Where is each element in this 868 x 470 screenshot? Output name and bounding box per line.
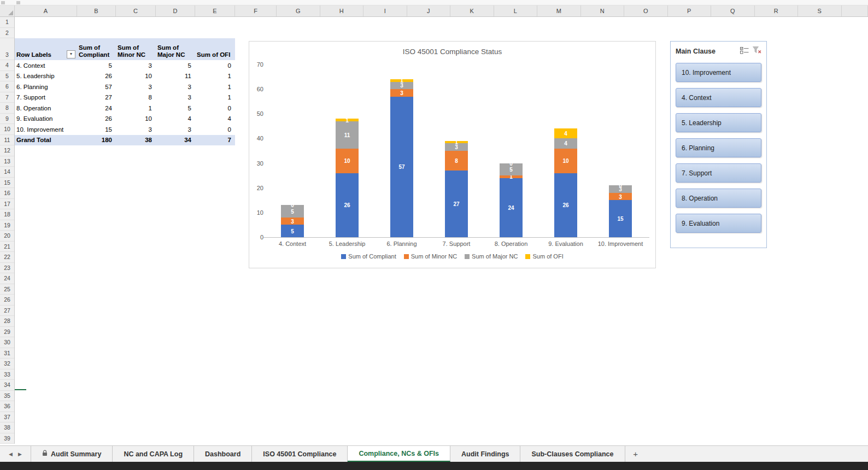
bar-segment[interactable]: 10 — [554, 149, 577, 173]
stacked-bar[interactable]: 24150 — [500, 64, 523, 237]
bar-segment[interactable]: 3 — [390, 89, 413, 97]
sheet-scroll-right-icon[interactable]: ▶ — [18, 451, 22, 457]
pivot-cell[interactable]: 27 — [77, 92, 116, 103]
column-header-C[interactable]: C — [116, 5, 156, 16]
bar-segment[interactable]: 1 — [390, 79, 413, 82]
bar-segment[interactable]: 1 — [445, 141, 468, 144]
bar-segment[interactable]: 4 — [554, 138, 577, 148]
pivot-cell[interactable]: 5 — [156, 103, 195, 114]
slicer-item[interactable]: 4. Context — [676, 88, 761, 107]
row-header-32[interactable]: 32 — [0, 359, 14, 369]
row-header-10[interactable]: 10 — [0, 124, 14, 135]
bar-segment[interactable]: 24 — [500, 178, 523, 237]
bar-segment[interactable]: 1 — [336, 119, 359, 121]
pivot-row-label[interactable]: 10. Improvement — [15, 124, 77, 135]
row-header-11[interactable]: 11 — [0, 135, 14, 146]
pivot-cell[interactable]: 180 — [77, 135, 116, 146]
row-header-38[interactable]: 38 — [0, 422, 14, 433]
row-header-31[interactable]: 31 — [0, 348, 14, 359]
row-header-3[interactable]: 3 — [0, 38, 14, 60]
stacked-bar[interactable]: 5350 — [281, 64, 304, 237]
pivot-cell[interactable]: 10 — [116, 114, 156, 125]
select-all-button[interactable] — [0, 5, 15, 16]
row-header-17[interactable]: 17 — [0, 199, 14, 210]
column-header-P[interactable]: P — [668, 5, 712, 16]
pivot-cell[interactable]: 7 — [195, 135, 235, 146]
pivot-row-label[interactable]: 8. Operation — [15, 103, 77, 114]
row-header-26[interactable]: 26 — [0, 295, 14, 306]
column-header-H[interactable]: H — [320, 5, 364, 16]
row-header-34[interactable]: 34 — [0, 380, 14, 391]
bar-segment[interactable]: 3 — [281, 218, 304, 225]
row-header-21[interactable]: 21 — [0, 242, 14, 252]
slicer-item[interactable]: 6. Planning — [676, 138, 761, 157]
pivot-cell[interactable]: 38 — [116, 135, 156, 146]
column-header-M[interactable]: M — [537, 5, 581, 16]
row-header-36[interactable]: 36 — [0, 401, 14, 412]
row-header-4[interactable]: 4 — [0, 60, 14, 71]
stacked-bar[interactable]: 15330 — [609, 64, 632, 237]
sheet-tab[interactable]: Audit Summary — [31, 446, 113, 462]
pivot-cell[interactable]: 3 — [116, 81, 156, 92]
row-header-6[interactable]: 6 — [0, 81, 14, 92]
row-header-39[interactable]: 39 — [0, 433, 14, 444]
pivot-cell[interactable]: 4 — [156, 114, 195, 125]
pivot-column-header-1[interactable]: Sum of Compliant — [77, 38, 116, 60]
pivot-cell[interactable]: 0 — [195, 103, 235, 114]
row-header-37[interactable]: 37 — [0, 412, 14, 423]
bar-segment[interactable]: 11 — [336, 121, 359, 149]
pivot-cell[interactable]: 57 — [77, 81, 116, 92]
pivot-cell[interactable]: 24 — [77, 103, 116, 114]
pivot-cell[interactable]: 1 — [195, 92, 235, 103]
row-header-19[interactable]: 19 — [0, 220, 14, 231]
row-header-27[interactable]: 27 — [0, 306, 14, 316]
pivot-row-label[interactable]: Grand Total — [15, 135, 77, 146]
pivot-cell[interactable]: 1 — [195, 71, 235, 82]
sheet-tab[interactable]: Compliance, NCs & OFIs — [348, 446, 450, 462]
pivot-column-header-0[interactable]: Row Labels▼ — [15, 38, 77, 60]
column-header-E[interactable]: E — [195, 5, 235, 16]
column-header-R[interactable]: R — [755, 5, 799, 16]
row-header-23[interactable]: 23 — [0, 263, 14, 274]
bar-segment[interactable]: 27 — [445, 171, 468, 237]
stacked-bar[interactable]: 261044 — [554, 64, 577, 237]
column-header-G[interactable]: G — [277, 5, 320, 16]
column-header-S[interactable]: S — [798, 5, 842, 16]
pivot-cell[interactable]: 3 — [156, 92, 195, 103]
column-header-D[interactable]: D — [156, 5, 195, 16]
row-header-5[interactable]: 5 — [0, 71, 14, 82]
stacked-bar[interactable]: 27831 — [445, 64, 468, 237]
bar-segment[interactable]: 5 — [281, 225, 304, 237]
row-header-25[interactable]: 25 — [0, 284, 14, 295]
column-header-N[interactable]: N — [581, 5, 625, 16]
row-header-24[interactable]: 24 — [0, 273, 14, 284]
stacked-bar[interactable]: 2610111 — [336, 64, 359, 237]
slicer-item[interactable]: 9. Evaluation — [676, 214, 761, 233]
row-header-13[interactable]: 13 — [0, 156, 14, 167]
column-header-F[interactable]: F — [235, 5, 277, 16]
pivot-cell[interactable]: 8 — [116, 92, 156, 103]
column-header-I[interactable]: I — [363, 5, 407, 16]
pivot-row-label[interactable]: 5. Leadership — [15, 71, 77, 82]
row-header-14[interactable]: 14 — [0, 167, 14, 178]
row-header-15[interactable]: 15 — [0, 178, 14, 189]
pivot-cell[interactable]: 1 — [116, 103, 156, 114]
pivot-cell[interactable]: 3 — [156, 124, 195, 135]
bar-segment[interactable]: 15 — [609, 200, 632, 237]
sheet-tab[interactable]: Dashboard — [194, 446, 252, 462]
bar-segment[interactable]: 3 — [609, 193, 632, 201]
row-header-8[interactable]: 8 — [0, 103, 14, 114]
pivot-cell[interactable]: 3 — [116, 124, 156, 135]
sheet-tab[interactable]: Sub-Clauses Compliance — [520, 446, 625, 462]
pivot-cell[interactable]: 15 — [77, 124, 116, 135]
sheet-scroll-left-icon[interactable]: ◀ — [9, 451, 13, 457]
column-header-B[interactable]: B — [77, 5, 116, 16]
row-header-30[interactable]: 30 — [0, 337, 14, 348]
bar-segment[interactable]: 8 — [445, 151, 468, 171]
pivot-cell[interactable]: 5 — [77, 60, 116, 71]
slicer-item[interactable]: 8. Operation — [676, 189, 761, 208]
pivot-row-label[interactable]: 7. Support — [15, 92, 77, 103]
row-header-12[interactable]: 12 — [0, 145, 14, 156]
sheet-tab[interactable]: Audit Findings — [450, 446, 520, 462]
pivot-cell[interactable]: 0 — [195, 60, 235, 71]
